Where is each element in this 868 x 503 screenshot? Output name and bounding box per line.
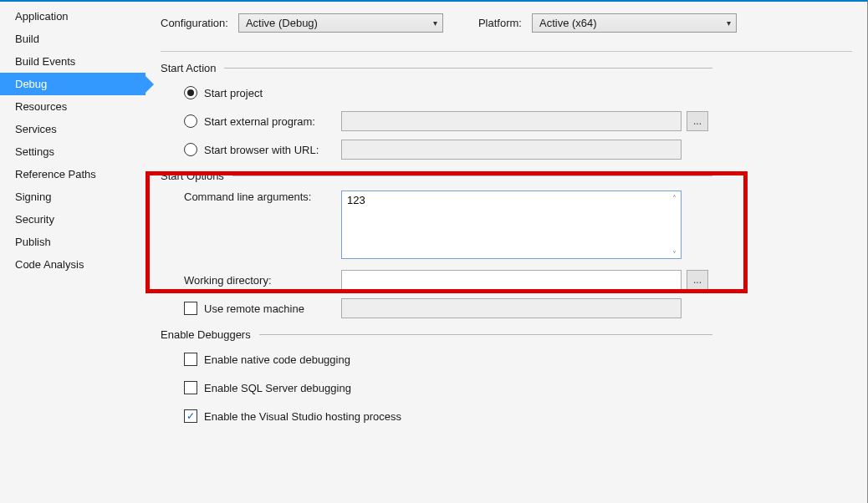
- platform-value: Active (x64): [539, 17, 597, 29]
- chevron-down-icon: ▾: [433, 18, 437, 28]
- browser-url-input[interactable]: [341, 140, 682, 160]
- remote-machine-input[interactable]: [341, 298, 682, 318]
- radio-start-project-label: Start project: [204, 87, 263, 99]
- native-debug-checkbox[interactable]: [184, 353, 197, 366]
- sidebar-item-security[interactable]: Security: [0, 208, 146, 231]
- working-dir-input[interactable]: [341, 270, 682, 290]
- chevron-down-icon: ▾: [727, 18, 731, 28]
- sidebar-item-resources[interactable]: Resources: [0, 95, 146, 118]
- working-dir-label: Working directory:: [184, 274, 341, 287]
- section-enable-debuggers: Enable Debuggers: [161, 328, 712, 341]
- platform-label: Platform:: [478, 17, 522, 29]
- hosting-process-checkbox[interactable]: ✓: [184, 409, 197, 423]
- radio-start-external-label: Start external program:: [204, 115, 341, 128]
- section-start-action: Start Action: [161, 62, 712, 74]
- cmd-args-input[interactable]: [341, 191, 682, 259]
- sidebar-item-publish[interactable]: Publish: [0, 231, 146, 253]
- external-program-input[interactable]: [341, 111, 682, 131]
- sidebar-item-reference-paths[interactable]: Reference Paths: [0, 163, 146, 185]
- sidebar-item-settings[interactable]: Settings: [0, 140, 146, 163]
- radio-start-external[interactable]: [184, 114, 197, 128]
- sql-debug-checkbox[interactable]: [184, 381, 197, 394]
- radio-start-browser[interactable]: [184, 143, 197, 156]
- top-row: Configuration: Active (Debug) ▾ Platform…: [161, 13, 852, 33]
- section-title: Enable Debuggers: [161, 328, 251, 341]
- sidebar-item-debug[interactable]: Debug: [0, 73, 146, 95]
- sidebar-item-build-events[interactable]: Build Events: [0, 50, 146, 73]
- hosting-process-label: Enable the Visual Studio hosting process: [204, 410, 401, 423]
- sidebar-item-signing[interactable]: Signing: [0, 185, 146, 208]
- browse-external-button[interactable]: ...: [687, 111, 708, 131]
- sidebar-item-code-analysis[interactable]: Code Analysis: [0, 253, 146, 276]
- radio-start-project[interactable]: [184, 86, 197, 99]
- use-remote-label: Use remote machine: [204, 302, 341, 315]
- section-start-options: Start Options: [161, 170, 712, 182]
- section-title: Start Options: [161, 170, 224, 182]
- sidebar-item-application[interactable]: Application: [0, 5, 146, 28]
- divider: [161, 51, 852, 52]
- platform-select[interactable]: Active (x64) ▾: [532, 13, 737, 33]
- sidebar-item-services[interactable]: Services: [0, 118, 146, 140]
- use-remote-checkbox[interactable]: [184, 302, 197, 315]
- configuration-label: Configuration:: [161, 17, 228, 29]
- sidebar: Application Build Build Events Debug Res…: [0, 2, 146, 503]
- cmd-args-label: Command line arguments:: [184, 191, 341, 203]
- section-title: Start Action: [161, 62, 216, 74]
- sql-debug-label: Enable SQL Server debugging: [204, 382, 351, 394]
- configuration-select[interactable]: Active (Debug) ▾: [238, 13, 443, 33]
- sidebar-item-build[interactable]: Build: [0, 28, 146, 50]
- native-debug-label: Enable native code debugging: [204, 353, 350, 366]
- main-panel: Configuration: Active (Debug) ▾ Platform…: [146, 2, 867, 503]
- configuration-value: Active (Debug): [246, 17, 318, 29]
- radio-start-browser-label: Start browser with URL:: [204, 144, 341, 156]
- browse-working-dir-button[interactable]: ...: [687, 270, 708, 290]
